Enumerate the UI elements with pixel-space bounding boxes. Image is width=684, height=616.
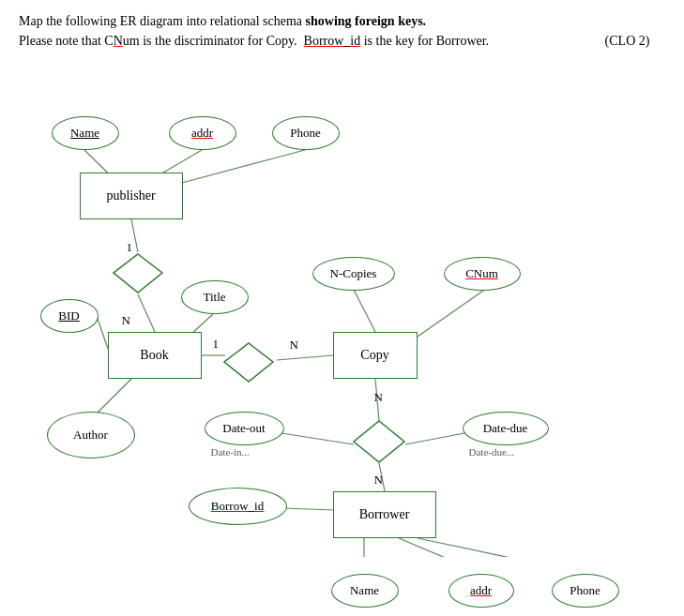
card-n-book: N (122, 313, 130, 328)
svg-line-18 (399, 538, 483, 557)
connector-lines (23, 60, 661, 557)
attr-bor-phone: Phone (552, 574, 619, 608)
attr-cnum: CNum (444, 257, 521, 291)
card-1-book-copy: 1 (213, 337, 220, 352)
diamond-pub-book-shape (113, 252, 164, 294)
attr-datedue: Date-due (463, 412, 549, 445)
entity-publisher-label: publisher (106, 188, 155, 203)
card-n-copy: N (290, 338, 298, 353)
instruction-line2: Please note that CNum is the discriminat… (19, 31, 665, 51)
attr-datedue2: Date-due... (469, 446, 515, 458)
svg-marker-22 (354, 421, 404, 462)
er-diagram: publisher Book Copy Borrower Name addr P… (23, 60, 661, 557)
diamond-copy-borrow-shape (352, 419, 406, 464)
svg-marker-20 (114, 254, 162, 293)
attr-borrow-id: Borrow_id (189, 488, 287, 525)
bold-text: showing foreign keys. (306, 14, 426, 28)
attr-bor-name: Name (331, 574, 399, 608)
attr-author: Author (47, 412, 135, 458)
card-1-pub: 1 (127, 240, 133, 255)
entity-book-label: Book (140, 348, 168, 363)
svg-line-11 (418, 291, 483, 337)
entity-borrower-label: Borrower (359, 507, 410, 522)
instructions: Map the following ER diagram into relati… (19, 11, 665, 51)
attr-dateout: Date-out (205, 412, 284, 445)
page: Map the following ER diagram into relati… (0, 0, 684, 568)
entity-borrower: Borrower (333, 491, 436, 538)
entity-copy: Copy (333, 332, 418, 379)
attr-bor-addr: addr (448, 574, 514, 608)
svg-line-4 (138, 294, 155, 332)
attr-bid: BID (40, 299, 99, 333)
svg-line-10 (354, 290, 375, 332)
instruction-line1: Map the following ER diagram into relati… (19, 11, 665, 31)
attr-pub-addr: addr (169, 116, 236, 150)
svg-line-7 (94, 379, 131, 416)
diamond-book-copy-shape (223, 341, 275, 383)
svg-line-16 (284, 508, 333, 510)
attr-title: Title (181, 280, 249, 314)
attr-pub-phone: Phone (272, 116, 340, 150)
diamond-pub-book (113, 252, 164, 294)
card-n-copy-borrow: N (374, 390, 383, 405)
entity-copy-label: Copy (360, 348, 388, 363)
svg-line-14 (405, 433, 464, 444)
attr-ncopies: N-Copies (312, 257, 395, 291)
entity-publisher: publisher (80, 173, 183, 219)
attr-pub-name: Name (52, 116, 119, 150)
entity-book: Book (108, 332, 202, 379)
card-n-borrower: N (374, 473, 383, 488)
clo-label: (CLO 2) (605, 34, 650, 48)
diamond-book-copy (223, 341, 275, 383)
diamond-copy-borrow (352, 419, 406, 464)
svg-line-5 (97, 316, 108, 349)
svg-marker-21 (224, 343, 273, 382)
svg-line-19 (418, 538, 586, 557)
svg-line-9 (277, 355, 333, 360)
attr-datein: Date-in... (211, 446, 250, 458)
svg-line-13 (281, 433, 354, 444)
